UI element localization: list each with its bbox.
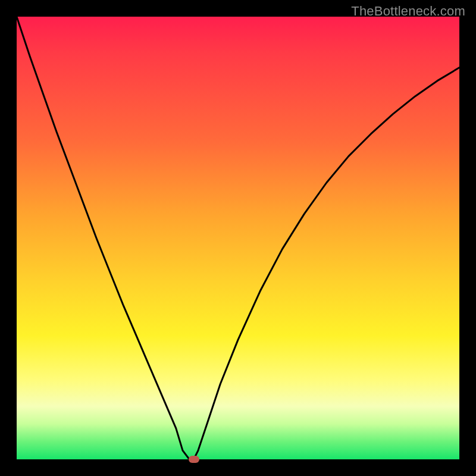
curve-svg [17, 17, 459, 459]
bottleneck-curve [17, 17, 459, 459]
plot-area [17, 17, 459, 459]
minimum-marker [189, 456, 199, 463]
chart-frame: TheBottleneck.com [0, 0, 476, 476]
